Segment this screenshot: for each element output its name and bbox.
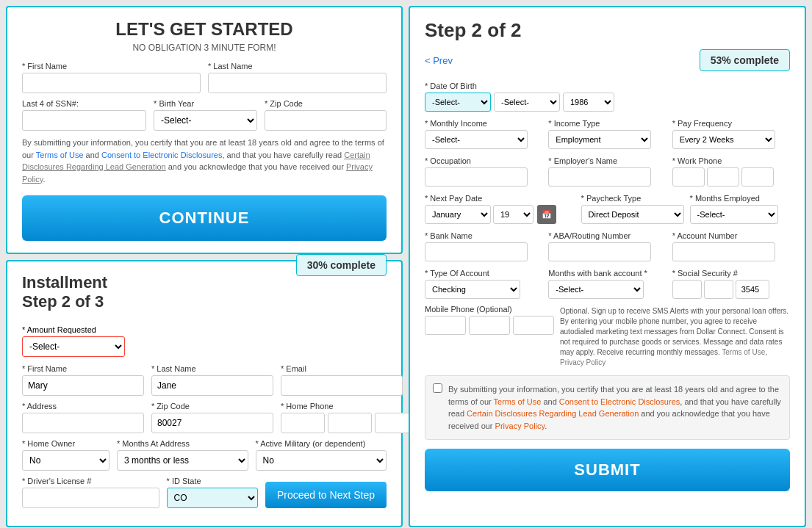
home-owner-select[interactable]: No [22,450,109,471]
next-pay-month-select[interactable]: January [425,205,491,224]
last-name-input[interactable] [208,73,387,93]
continue-button[interactable]: CONTINUE [22,195,387,241]
next-pay-label: * Next Pay Date [425,194,575,203]
ssn-label: Last 4 of SSN#: [22,99,146,108]
account-type-label: * Type Of Account [425,269,542,278]
top-left-panel: LET'S GET STARTED NO OBLIGATION 3 MINUTE… [6,6,403,254]
aba-label: * ABA/Routing Number [548,231,666,240]
bank-name-input[interactable] [425,242,528,261]
submit-consent-link[interactable]: Consent to Electronic Disclosures [559,397,680,406]
mobile-input-2[interactable] [469,316,510,335]
months-select[interactable]: 3 months or less [117,450,248,471]
paycheck-type-label: * Paycheck Type [581,194,684,203]
progress-badge: 30% complete [296,254,387,276]
bl-last-name-label: * Last Name [151,364,273,373]
bl-address-input[interactable] [22,413,144,433]
home-phone-input2[interactable] [328,413,372,433]
months-bank-select[interactable]: -Select- [548,280,644,299]
panel-title: LET'S GET STARTED [22,19,387,40]
aba-input[interactable] [548,242,651,261]
pay-freq-label: * Pay Frequency [672,119,790,128]
zip-code-label: * Zip Code [265,99,387,108]
bl-home-phone-label: * Home Phone [281,402,419,411]
dob-day-select[interactable]: -Select- [494,93,560,112]
months-employed-select[interactable]: -Select- [690,205,778,224]
months-employed-label: * Months Employed [690,194,790,203]
ssn-label-right: * Social Security # [672,269,790,278]
birth-year-select[interactable]: -Select- [154,110,257,131]
employer-input[interactable] [548,167,651,187]
prev-link[interactable]: < Prev [425,55,453,66]
submit-privacy-link[interactable]: Privacy Policy [495,422,545,430]
bl-email-input[interactable] [281,375,403,396]
work-phone-1[interactable] [672,167,705,187]
proceed-button[interactable]: Proceed to Next Step [265,482,387,508]
work-phone-2[interactable] [707,167,739,187]
next-pay-day-select[interactable]: 19 [493,205,533,224]
terms-of-use-link[interactable]: Terms of Use [36,151,84,159]
ssn-input-3[interactable] [736,280,769,299]
dob-year-select[interactable]: 1986 [563,93,614,112]
sms-terms-link[interactable]: Terms of Use [722,348,765,356]
bl-zip-input[interactable] [151,413,273,433]
submit-disclosures-link[interactable]: Certain Disclosures Regarding Lead Gener… [467,409,639,418]
terms-checkbox[interactable] [433,383,442,393]
last-name-label: * Last Name [208,62,387,70]
bl-home-owner-label: * Home Owner [22,439,109,448]
ssn-input[interactable] [22,110,146,131]
right-panel: Step 2 of 2 < Prev 53% complete * Date O… [409,6,806,527]
amount-select[interactable]: -Select- [22,336,125,357]
id-state-select[interactable]: CO [167,488,258,508]
bl-military-label: * Active Military (or dependent) [256,439,387,448]
mobile-input-3[interactable] [513,316,554,335]
income-type-select[interactable]: Employment [548,130,651,149]
bl-first-name-label: * First Name [22,364,144,373]
mobile-label: Mobile Phone (Optional) [425,305,554,314]
submit-button[interactable]: SUBMIT [425,449,790,491]
monthly-income-select[interactable]: -Select- [425,130,528,149]
first-name-label: * First Name [22,62,201,70]
bl-id-state-label: * ID State [167,477,258,485]
account-type-select[interactable]: Checking [425,280,520,299]
income-type-label: * Income Type [548,119,666,128]
months-bank-label: Months with bank account * [548,269,666,278]
sms-text: Optional. Sign up to receive SMS Alerts … [560,305,790,368]
dob-label: * Date Of Birth [425,82,790,90]
account-num-input[interactable] [672,242,775,261]
occupation-input[interactable] [425,167,528,187]
dob-month-select[interactable]: -Select- [425,93,491,112]
account-num-label: * Account Number [672,231,790,240]
bl-first-name-input[interactable] [22,375,144,396]
monthly-income-label: * Monthly Income [425,119,542,128]
bl-last-name-input[interactable] [151,375,273,396]
step-header: < Prev 53% complete [425,49,790,71]
submit-terms-link1[interactable]: Terms of Use [494,397,542,406]
ssn-input-2[interactable] [704,280,733,299]
sms-privacy-link[interactable]: Privacy Policy [560,358,606,366]
bl-driver-label: * Driver's License # [22,477,159,485]
home-phone-input1[interactable] [281,413,325,433]
bottom-left-panel: Installment Step 2 of 3 30% complete * A… [6,260,403,527]
employer-label: * Employer's Name [548,156,666,165]
occupation-label: * Occupation [425,156,542,165]
bl-months-label: * Months At Address [117,439,248,448]
consent-link[interactable]: Consent to Electronic Disclosures [101,151,222,159]
paycheck-type-select[interactable]: Direct Deposit [581,205,684,224]
calendar-button[interactable]: 📅 [537,205,556,224]
bank-name-label: * Bank Name [425,231,542,240]
work-phone-label: * Work Phone [672,156,790,165]
installment-title: Installment Step 2 of 3 [22,273,107,312]
terms-section: By submitting your information, you cert… [425,375,790,440]
bl-address-label: * Address [22,402,144,411]
bl-zip-label: * Zip Code [151,402,273,411]
bl-driver-input[interactable] [22,488,159,508]
amount-label: * Amount Requested [22,325,387,334]
zip-code-input[interactable] [265,110,387,131]
mobile-input-1[interactable] [425,316,466,335]
pay-freq-select[interactable]: Every 2 Weeks [672,130,775,149]
military-select[interactable]: No [256,450,387,471]
work-phone-3[interactable] [741,167,774,187]
terms-text: By submitting your information, you cert… [22,137,387,185]
ssn-input-1[interactable] [672,280,702,299]
first-name-input[interactable] [22,73,201,93]
